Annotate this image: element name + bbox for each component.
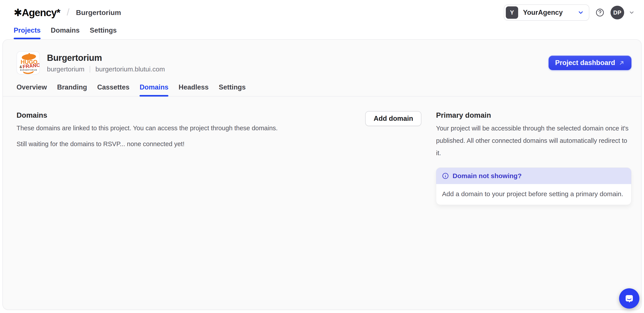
chat-bubble-icon (624, 294, 634, 304)
logo-ampersand: & (20, 65, 22, 69)
project-tab-domains[interactable]: Domains (140, 83, 168, 96)
primary-domain-heading: Primary domain (436, 111, 632, 120)
agency-badge: Y (506, 6, 518, 19)
domains-heading: Domains (16, 111, 278, 120)
agency-switcher[interactable]: Y YourAgency (504, 4, 589, 21)
project-dashboard-label: Project dashboard (555, 59, 615, 67)
user-avatar[interactable]: DP (610, 6, 624, 20)
info-icon (442, 172, 449, 180)
primary-domain-section: Primary domain Your project will be acce… (436, 111, 632, 205)
project-tabs: Overview Branding Cassettes Domains Head… (3, 74, 641, 96)
project-tab-branding[interactable]: Branding (57, 83, 87, 96)
project-title: Burgertorium (47, 53, 165, 63)
logo-word-burgertorium: BURGERTORIUM (20, 69, 37, 71)
project-preview-domain: burgertorium.blutui.com (96, 66, 165, 73)
nav-tab-projects[interactable]: Projects (14, 26, 40, 39)
agency-switcher-label: YourAgency (523, 8, 563, 16)
project-meta: Burgertorium burgertorium burgertorium.b… (47, 53, 165, 73)
breadcrumb-separator: / (67, 6, 70, 18)
chevron-down-icon (578, 9, 584, 16)
external-link-icon (619, 60, 625, 66)
domains-empty-state: Still waiting for the domains to RSVP...… (16, 138, 278, 150)
domain-not-showing-callout: Domain not showing? Add a domain to your… (436, 168, 632, 205)
breadcrumb-project-name: Burgertorium (76, 8, 121, 17)
divider (90, 66, 90, 72)
agency-logo[interactable]: ✱Agency* (14, 6, 60, 18)
project-tab-headless[interactable]: Headless (178, 83, 208, 96)
project-card: HUGO & FRANCS BURGERTORIUM Burgertorium … (2, 39, 642, 310)
callout-title: Domain not showing? (452, 172, 522, 180)
add-domain-button[interactable]: Add domain (365, 111, 422, 126)
top-bar-actions: Y YourAgency DP (504, 4, 635, 21)
nav-tab-settings[interactable]: Settings (90, 26, 116, 39)
project-dashboard-button[interactable]: Project dashboard (548, 56, 632, 70)
top-bar: ✱Agency* / Burgertorium Y YourAgency DP (0, 0, 644, 24)
callout-body: Add a domain to your project before sett… (436, 184, 631, 205)
nav-tab-domains[interactable]: Domains (51, 26, 80, 39)
agency-nav: Projects Domains Settings (0, 24, 644, 39)
project-logo: HUGO & FRANCS BURGERTORIUM (16, 51, 40, 74)
project-tab-overview[interactable]: Overview (16, 83, 47, 96)
help-icon[interactable] (595, 8, 605, 18)
project-tab-cassettes[interactable]: Cassettes (97, 83, 129, 96)
project-slug: burgertorium (47, 66, 84, 73)
chat-launcher-button[interactable] (619, 288, 639, 308)
project-header: HUGO & FRANCS BURGERTORIUM Burgertorium … (3, 40, 641, 74)
primary-domain-description: Your project will be accessible through … (436, 122, 632, 159)
project-tab-settings[interactable]: Settings (219, 83, 246, 96)
domains-description: These domains are linked to this project… (16, 122, 278, 134)
domains-content: Domains These domains are linked to this… (3, 96, 641, 205)
domains-section: Domains These domains are linked to this… (16, 111, 422, 150)
user-menu-chevron-icon[interactable] (628, 10, 635, 16)
breadcrumb: ✱Agency* / Burgertorium (14, 6, 121, 18)
